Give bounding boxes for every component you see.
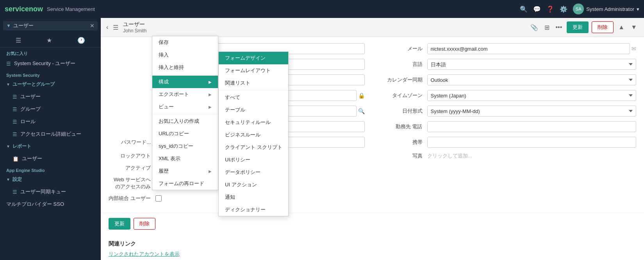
mobile-field[interactable] — [427, 137, 637, 148]
submenu-item-ui-policy[interactable]: UIポリシー — [219, 154, 288, 166]
sidebar-item-favorites-system-security[interactable]: ☰ System Security - ユーザー — [0, 57, 101, 70]
work-phone-field[interactable] — [427, 121, 637, 132]
submenu-item-all-label: すべて — [225, 94, 240, 100]
chat-icon[interactable]: 💬 — [533, 5, 541, 13]
submenu-item-table-label: テーブル — [225, 107, 245, 113]
access-roles-label: アクセスロール詳細ビュー — [20, 131, 81, 138]
form-row-language: 言語 日本語 — [380, 59, 637, 70]
hamburger-menu-icon[interactable]: ☰ — [111, 22, 120, 33]
menu-item-reload-form[interactable]: フォームの再ロード — [152, 177, 218, 190]
user-dropdown-icon[interactable]: ▾ — [637, 6, 639, 12]
submenu-item-ui-action-label: UI アクション — [225, 182, 257, 187]
record-subtitle: John Smith — [123, 28, 146, 34]
users-and-groups-group[interactable]: ▼ ユーザーとグループ — [0, 78, 101, 90]
submenu-item-dictionary[interactable]: ディクショナリー — [219, 203, 288, 216]
user-info[interactable]: SA System Administrator ▾ — [573, 4, 639, 14]
calendar-sync-select[interactable]: Outlook — [427, 74, 637, 85]
search-icon[interactable]: 🔍 — [520, 5, 528, 13]
form-row-calendar-sync: カレンダー同期 Outlook — [380, 74, 637, 85]
menu-item-history[interactable]: 履歴 ▶ — [152, 165, 218, 177]
submenu-item-all[interactable]: すべて — [219, 91, 288, 104]
sidebar-item-groups[interactable]: ☰ グループ — [0, 103, 101, 115]
form-label-password: パスワード... — [109, 139, 155, 146]
form-label-work-phone: 勤務先 電話 — [380, 123, 427, 130]
submenu-item-client-scripts[interactable]: クライアント スクリプト — [219, 141, 288, 154]
internal-user-checkbox[interactable] — [155, 195, 162, 202]
related-link-accounts[interactable]: リンクされたアカウントを表示 — [109, 251, 636, 258]
submenu-item-notification[interactable]: 通知 — [219, 191, 288, 203]
menu-item-insert[interactable]: 挿入 — [152, 49, 218, 61]
footer-update-button[interactable]: 更新 — [109, 218, 130, 230]
menu-item-view[interactable]: ビュー ▶ — [152, 101, 218, 113]
settings-group[interactable]: ▼ 設定 — [0, 173, 101, 186]
sidebar-toggle-button[interactable]: ‹ — [106, 24, 108, 31]
menu-item-copy-url-label: URLのコピー — [159, 130, 189, 137]
submenu-item-form-layout-label: フォームレイアウト — [225, 67, 271, 73]
submenu-item-related-list[interactable]: 関連リスト — [219, 77, 288, 89]
submenu-item-security-rules-label: セキュリティルール — [225, 119, 271, 125]
sidebar-item-multi-provider[interactable]: マルチプロバイダー SSO — [0, 198, 101, 210]
sidebar-item-user-sync[interactable]: ☰ ユーザー同期キュー — [0, 186, 101, 198]
submenu-item-form-layout[interactable]: フォームレイアウト — [219, 64, 288, 77]
move-up-icon[interactable]: ▲ — [617, 22, 626, 32]
menu-item-configure[interactable]: 構成 ▶ — [152, 76, 218, 88]
submenu-item-notification-label: 通知 — [225, 194, 235, 200]
menu-item-copy-url[interactable]: URLのコピー — [152, 127, 218, 140]
timezone-select[interactable]: System (Japan) — [427, 90, 637, 101]
menu-item-insert-keep[interactable]: 挿入と維持 — [152, 61, 218, 74]
attachment-icon[interactable]: 📎 — [529, 22, 540, 33]
menu-item-xml-view[interactable]: XML 表示 — [152, 152, 218, 165]
record-title: ユーザー — [123, 21, 146, 28]
menu-item-copy-sysid-label: sys_idのコピー — [159, 143, 193, 150]
sidebar-tab-history[interactable]: 🕐 — [74, 36, 88, 45]
reports-group[interactable]: ▼ レポート — [0, 140, 101, 152]
photo-placeholder[interactable]: クリックして追加... — [427, 152, 472, 159]
form-label-photo: 写真 — [380, 152, 427, 159]
move-down-icon[interactable]: ▼ — [629, 22, 639, 32]
clear-filter-icon[interactable]: ✕ — [90, 23, 95, 29]
sidebar-tab-menu[interactable]: ☰ — [12, 36, 24, 45]
submenu-item-dictionary-label: ディクショナリー — [225, 207, 266, 212]
search-field-icon[interactable]: 🔍 — [358, 108, 365, 114]
menu-item-export-label: エクスポート — [159, 91, 189, 98]
menu-item-copy-sysid[interactable]: sys_idのコピー — [152, 140, 218, 152]
submenu-item-security-rules[interactable]: セキュリティルール — [219, 116, 288, 129]
favorites-section-label: お気に入り — [0, 48, 101, 57]
sidebar-tab-favorites[interactable]: ★ — [43, 36, 55, 45]
top-navigation: servicenow Service Management 🔍 💬 ❓ ⚙️ S… — [0, 0, 644, 18]
settings-icon[interactable]: ⚙️ — [560, 5, 567, 13]
sidebar-item-reports-users[interactable]: 📋 ユーザー — [0, 152, 101, 165]
submenu-item-table[interactable]: テーブル — [219, 104, 288, 116]
reports-label: レポート — [12, 143, 31, 150]
related-links-section: 関連リンク リンクされたアカウントを表示 サブスクリプションを表示 パスワードを… — [101, 234, 644, 260]
configure-arrow-icon: ▶ — [209, 80, 212, 84]
submenu-item-form-design[interactable]: フォームデザイン — [219, 52, 288, 64]
submenu-item-business-rules[interactable]: ビジネスルール — [219, 129, 288, 141]
menu-item-save[interactable]: 保存 — [152, 36, 218, 49]
user-sync-label: ユーザー同期キュー — [20, 188, 66, 195]
sidebar-item-users[interactable]: ☰ ユーザー — [0, 90, 101, 103]
submenu-item-data-policy[interactable]: データポリシー — [219, 166, 288, 179]
sidebar-item-access-roles[interactable]: ☰ アクセスロール詳細ビュー — [0, 128, 101, 140]
date-format-select[interactable]: System (yyyy-MM-dd) — [427, 106, 637, 117]
form-right-column: メール ✉ 言語 日本語 カレンダー同期 Outlook タイムゾーン — [380, 43, 637, 207]
update-button[interactable]: 更新 — [567, 21, 589, 33]
mail-field[interactable] — [427, 43, 630, 54]
sidebar-item-roles[interactable]: ☰ ロール — [0, 115, 101, 128]
form-row-photo: 写真 クリックして追加... — [380, 152, 637, 159]
menu-item-add-favorites[interactable]: お気に入りの作成 — [152, 115, 218, 127]
sidebar-filter-input[interactable] — [13, 23, 87, 29]
language-select[interactable]: 日本語 — [427, 59, 637, 70]
avatar: SA — [573, 4, 584, 14]
menu-item-export[interactable]: エクスポート ▶ — [152, 88, 218, 101]
related-links-title: 関連リンク — [109, 241, 636, 248]
settings-arrow-icon: ▼ — [6, 177, 10, 182]
delete-button[interactable]: 削除 — [592, 21, 614, 33]
customize-icon[interactable]: ⊞ — [543, 22, 551, 33]
help-icon[interactable]: ❓ — [546, 5, 554, 13]
submenu-item-ui-action[interactable]: UI アクション — [219, 179, 288, 191]
footer-delete-button[interactable]: 削除 — [134, 218, 155, 230]
more-options-icon[interactable]: ••• — [554, 22, 564, 32]
form-row-date-format: 日付形式 System (yyyy-MM-dd) — [380, 106, 637, 117]
internal-user-checkbox-area — [155, 195, 162, 202]
